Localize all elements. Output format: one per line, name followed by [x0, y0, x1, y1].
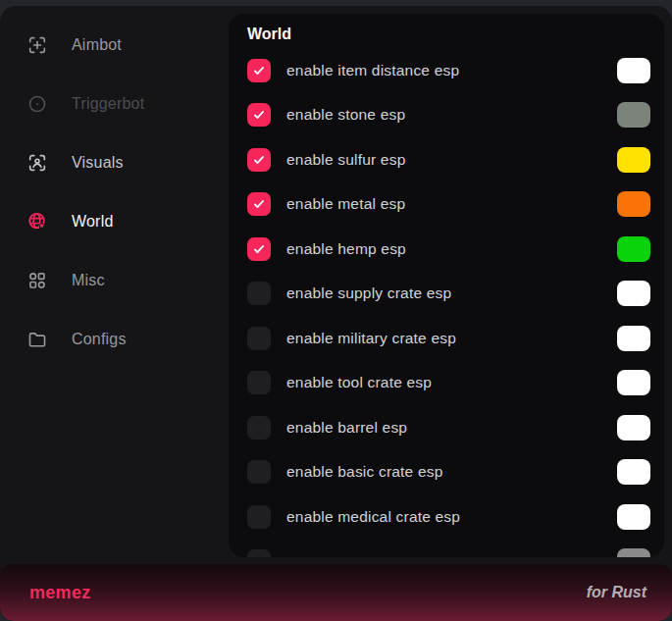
checkbox[interactable] — [247, 192, 271, 216]
checkbox[interactable] — [247, 371, 271, 394]
color-swatch[interactable] — [617, 370, 650, 395]
visuals-person-scan-icon — [26, 152, 48, 174]
setting-label: enable sulfur esp — [286, 151, 617, 169]
sidebar-item-world[interactable]: World — [0, 192, 229, 251]
setting-label: enable tool crate esp — [286, 374, 617, 391]
product-tagline: for Rust — [587, 584, 646, 601]
sidebar-item-label: Misc — [72, 272, 105, 289]
setting-row: enable tool crate esp — [247, 361, 650, 406]
setting-row: enable hemp esp — [247, 227, 650, 272]
checkmark-icon — [252, 242, 266, 256]
setting-row — [247, 540, 650, 558]
setting-label: enable basic crate esp — [286, 463, 617, 481]
sidebar-item-configs[interactable]: Configs — [0, 310, 229, 369]
checkbox[interactable] — [247, 59, 271, 82]
brand-name: memez — [29, 583, 91, 603]
color-swatch[interactable] — [617, 415, 650, 440]
footer-bar: memez for Rust — [0, 564, 672, 621]
color-swatch[interactable] — [617, 102, 650, 128]
checkmark-icon — [252, 153, 266, 167]
color-swatch[interactable] — [617, 326, 650, 351]
setting-label: enable item distance esp — [286, 62, 617, 79]
color-swatch[interactable] — [617, 504, 650, 530]
sidebar-item-aimbot[interactable]: Aimbot — [0, 16, 229, 75]
color-swatch[interactable] — [617, 147, 650, 173]
sidebar-item-triggerbot[interactable]: Triggerbot — [0, 75, 229, 133]
configs-folder-icon — [26, 329, 48, 350]
checkbox[interactable] — [247, 460, 271, 484]
setting-label: enable medical crate esp — [286, 508, 617, 526]
color-swatch[interactable] — [617, 236, 650, 262]
setting-row: enable item distance esp — [247, 48, 650, 93]
setting-row: enable military crate esp — [247, 316, 650, 361]
color-swatch[interactable] — [617, 281, 650, 306]
sidebar-item-label: Triggerbot — [72, 95, 144, 113]
checkbox[interactable] — [247, 505, 271, 529]
setting-label: enable barrel esp — [286, 419, 617, 437]
checkbox[interactable] — [247, 549, 271, 557]
color-swatch[interactable] — [617, 459, 650, 485]
world-settings-panel: World enable item distance esp enable st… — [229, 14, 664, 557]
checkbox[interactable] — [247, 237, 271, 261]
color-swatch[interactable] — [617, 191, 650, 217]
checkmark-icon — [252, 197, 266, 211]
sidebar-item-label: Configs — [72, 331, 127, 348]
settings-list: enable item distance esp enable stone es… — [247, 48, 650, 557]
setting-row: enable metal esp — [247, 182, 650, 228]
setting-label: enable hemp esp — [286, 240, 617, 258]
aimbot-crosshair-icon — [26, 34, 48, 56]
triggerbot-circle-dot-icon — [26, 93, 48, 115]
cheat-menu-window: Aimbot Triggerbot Visuals — [0, 6, 672, 621]
misc-grid-icon — [26, 270, 48, 291]
panel-title: World — [247, 24, 650, 48]
setting-label: enable stone esp — [286, 106, 617, 124]
setting-row: enable medical crate esp — [247, 494, 650, 540]
sidebar: Aimbot Triggerbot Visuals — [0, 16, 229, 369]
sidebar-item-label: Aimbot — [72, 36, 122, 54]
setting-row: enable supply crate esp — [247, 272, 650, 317]
color-swatch[interactable] — [617, 548, 650, 557]
setting-row: enable stone esp — [247, 93, 650, 138]
setting-row: enable basic crate esp — [247, 450, 650, 495]
checkmark-icon — [252, 64, 266, 78]
checkbox[interactable] — [247, 327, 271, 350]
setting-label: enable supply crate esp — [286, 285, 617, 302]
sidebar-item-visuals[interactable]: Visuals — [0, 133, 229, 192]
setting-row: enable sulfur esp — [247, 137, 650, 182]
setting-row: enable barrel esp — [247, 405, 650, 450]
checkbox[interactable] — [247, 416, 271, 440]
sidebar-item-misc[interactable]: Misc — [0, 251, 229, 310]
color-swatch[interactable] — [617, 58, 650, 83]
checkbox[interactable] — [247, 282, 271, 305]
sidebar-item-label: Visuals — [72, 154, 124, 172]
checkbox[interactable] — [247, 103, 271, 127]
setting-label: enable military crate esp — [286, 330, 617, 347]
sidebar-item-label: World — [72, 213, 114, 231]
checkmark-icon — [252, 108, 266, 122]
checkbox[interactable] — [247, 148, 271, 172]
world-globe-icon — [26, 211, 48, 233]
setting-label: enable metal esp — [286, 195, 617, 213]
